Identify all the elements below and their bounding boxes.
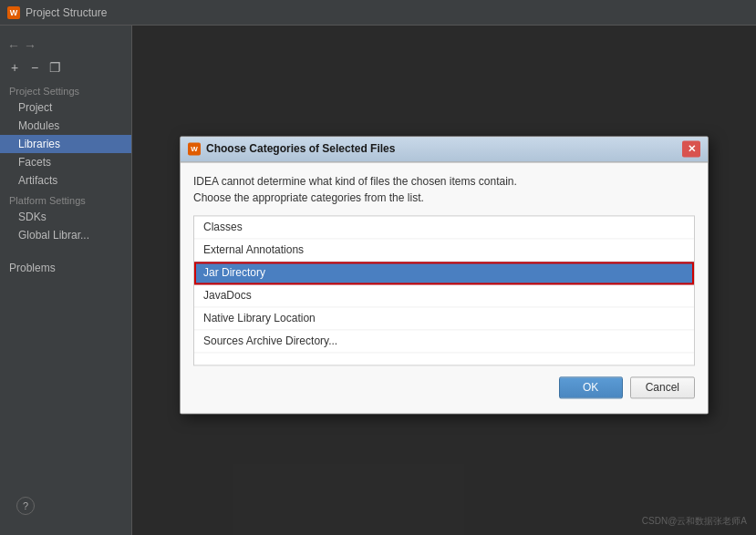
dialog-close-button[interactable]: ✕: [682, 140, 700, 157]
sidebar-item-facets[interactable]: Facets: [0, 153, 131, 171]
content-area: W Choose Categories of Selected Files ✕ …: [132, 26, 756, 535]
platform-settings-section: Platform Settings: [0, 190, 131, 208]
sidebar-item-problems[interactable]: Problems: [0, 259, 131, 277]
sidebar-item-sdks[interactable]: SDKs: [0, 208, 131, 226]
categories-list[interactable]: Classes External Annotations Jar Directo…: [193, 215, 695, 365]
title-bar: W Project Structure: [0, 0, 756, 26]
list-item-classes[interactable]: Classes: [194, 216, 694, 239]
choose-categories-dialog: W Choose Categories of Selected Files ✕ …: [180, 136, 709, 414]
dialog-icon: W: [188, 142, 201, 155]
list-item-native-library[interactable]: Native Library Location: [194, 307, 694, 330]
back-button[interactable]: ←: [7, 38, 20, 53]
sidebar-item-global-libraries[interactable]: Global Librar...: [0, 226, 131, 244]
title-bar-text: Project Structure: [26, 6, 107, 19]
help-button[interactable]: ?: [16, 497, 35, 515]
main-layout: ← → + − ❐ Project Settings Project Modul…: [0, 26, 756, 535]
dialog-body: IDEA cannot determine what kind of files…: [181, 162, 708, 413]
sidebar-bottom: ?: [0, 489, 131, 528]
dialog-description: IDEA cannot determine what kind of files…: [193, 173, 695, 206]
ok-button[interactable]: OK: [559, 376, 623, 398]
sidebar-item-project[interactable]: Project: [0, 98, 131, 117]
sidebar-item-libraries[interactable]: Libraries: [0, 135, 131, 153]
list-item-javadocs[interactable]: JavaDocs: [194, 284, 694, 307]
copy-button[interactable]: ❐: [47, 60, 62, 75]
list-item-jar-directory[interactable]: Jar Directory: [194, 262, 694, 284]
app-icon: W: [7, 6, 20, 19]
dialog-title: Choose Categories of Selected Files: [206, 142, 682, 155]
sidebar-item-artifacts[interactable]: Artifacts: [0, 171, 131, 190]
dialog-buttons: OK Cancel: [193, 376, 695, 402]
dialog-title-bar: W Choose Categories of Selected Files ✕: [181, 137, 708, 162]
forward-button[interactable]: →: [24, 38, 36, 53]
cancel-button[interactable]: Cancel: [630, 376, 695, 398]
remove-button[interactable]: −: [27, 60, 42, 75]
add-button[interactable]: +: [7, 60, 22, 75]
list-item-external-annotations[interactable]: External Annotations: [194, 239, 694, 262]
nav-toolbar: ← →: [0, 33, 131, 58]
project-settings-section: Project Settings: [0, 80, 131, 98]
list-item-sources-archive[interactable]: Sources Archive Directory...: [194, 330, 694, 353]
sidebar-toolbar: + − ❐: [0, 58, 131, 80]
sidebar-item-modules[interactable]: Modules: [0, 117, 131, 135]
sidebar: ← → + − ❐ Project Settings Project Modul…: [0, 26, 132, 535]
